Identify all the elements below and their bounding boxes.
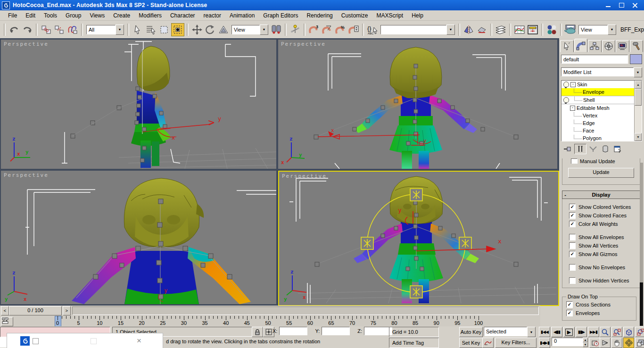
- stack-item-editable-mesh[interactable]: -Editable Mesh: [561, 104, 634, 112]
- menu-group[interactable]: Group: [61, 11, 85, 20]
- curve-editor-icon[interactable]: [513, 24, 526, 36]
- scroll-down-icon[interactable]: ▼: [635, 133, 642, 141]
- dropdown-arrow-icon[interactable]: ▼: [527, 327, 536, 337]
- frame-spin-down-icon[interactable]: ▼: [583, 342, 588, 347]
- stack-item-polygon[interactable]: Polygon: [561, 134, 634, 141]
- dropdown-arrow-icon[interactable]: ▼: [634, 67, 642, 77]
- render-scene-icon[interactable]: [564, 24, 577, 36]
- new-key-default-in-out-tangents-icon[interactable]: [482, 338, 494, 348]
- material-editor-icon[interactable]: [545, 24, 558, 36]
- maximize-icon[interactable]: [619, 2, 625, 8]
- checkbox-show-all-gizmos[interactable]: ✓Show All Gizmos: [569, 250, 640, 258]
- viewport-label[interactable]: Perspective: [4, 41, 49, 47]
- open-mini-listener-icon[interactable]: [1, 317, 13, 326]
- viewport-top-right[interactable]: Perspective: [278, 40, 557, 169]
- pin-stack-icon[interactable]: [562, 144, 573, 154]
- stack-item-vertex[interactable]: Vertex: [561, 112, 634, 119]
- checkbox-box[interactable]: [569, 277, 576, 284]
- key-filters-button[interactable]: Key Filters...: [495, 338, 537, 348]
- z-coord-field[interactable]: [364, 327, 392, 335]
- make-unique-icon[interactable]: [587, 144, 599, 154]
- previous-frame-icon[interactable]: ◀▮▮: [551, 327, 562, 337]
- menu-edit[interactable]: Edit: [21, 11, 40, 20]
- set-key-button[interactable]: Set Key: [459, 338, 483, 348]
- tab-modify[interactable]: [574, 39, 588, 52]
- go-to-start-icon[interactable]: ▮◀◀: [539, 327, 550, 337]
- stack-scrollbar[interactable]: ▲ ▼: [634, 81, 642, 141]
- select-and-move-icon[interactable]: [191, 24, 203, 36]
- time-configuration-icon[interactable]: [589, 338, 601, 348]
- schematic-view-icon[interactable]: [527, 24, 539, 36]
- stack-item-skin[interactable]: -Skin: [561, 81, 634, 88]
- stack-item-edge[interactable]: Edge: [561, 119, 634, 127]
- tab-motion[interactable]: [602, 40, 616, 52]
- update-button[interactable]: Update: [568, 168, 634, 178]
- window-crossing-toggle-icon[interactable]: [171, 23, 184, 36]
- object-color-swatch[interactable]: [630, 54, 642, 64]
- collapse-icon[interactable]: -: [562, 192, 568, 198]
- menu-create[interactable]: Create: [109, 11, 134, 20]
- viewport-label[interactable]: Perspective: [282, 173, 327, 179]
- viewport-label[interactable]: Perspective: [281, 41, 326, 47]
- menu-views[interactable]: Views: [85, 11, 109, 20]
- checkbox-show-all-envelopes[interactable]: Show All Envelopes: [569, 233, 640, 241]
- checkbox-show-colored-vertices[interactable]: ✓Show Colored Vertices: [569, 203, 640, 211]
- expand-collapse-icon[interactable]: -: [570, 106, 575, 111]
- viewport-label[interactable]: Perspective: [4, 172, 49, 178]
- checkbox-box[interactable]: [569, 234, 576, 240]
- angle-snap-toggle-icon[interactable]: [321, 24, 333, 36]
- undo-icon[interactable]: [8, 24, 20, 36]
- align-icon[interactable]: [476, 24, 488, 36]
- unlink-selection-icon[interactable]: [53, 24, 66, 36]
- remove-modifier-icon[interactable]: [600, 144, 611, 154]
- menu-modifiers[interactable]: Modifiers: [134, 11, 166, 20]
- menu-rendering[interactable]: Rendering: [302, 11, 337, 20]
- time-slider-track[interactable]: [72, 307, 539, 315]
- viewport-top-left[interactable]: Perspective: [1, 40, 276, 169]
- pan-hand-icon[interactable]: [611, 338, 622, 348]
- checkbox-box[interactable]: [569, 264, 576, 271]
- select-and-uniform-scale-icon[interactable]: [217, 24, 230, 36]
- tab-hierarchy[interactable]: [588, 40, 602, 52]
- named-selection-sets-icon[interactable]: {}ABC: [366, 24, 379, 36]
- select-object-icon[interactable]: [132, 24, 144, 36]
- stack-item-face[interactable]: Face: [561, 127, 634, 134]
- menu-help[interactable]: Help: [407, 11, 428, 20]
- checkbox-show-no-envelopes[interactable]: Show No Envelopes: [569, 263, 640, 272]
- checkbox-box[interactable]: ✓: [569, 221, 576, 227]
- panel-scroll-thumb[interactable]: [640, 282, 643, 326]
- select-and-rotate-icon[interactable]: [204, 24, 216, 36]
- stack-item-shell[interactable]: Shell: [561, 96, 634, 104]
- manual-update-checkbox[interactable]: [571, 158, 578, 164]
- redo-icon[interactable]: [21, 24, 33, 36]
- use-pivot-point-center-icon[interactable]: [270, 24, 282, 36]
- key-mode-toggle-icon[interactable]: ▮◀▶▮: [539, 338, 550, 348]
- menu-reactor[interactable]: reactor: [199, 11, 225, 20]
- named-selection-dropdown[interactable]: ▼: [380, 25, 455, 34]
- minimize-icon[interactable]: [605, 2, 612, 8]
- scroll-up-icon[interactable]: ▲: [635, 81, 642, 89]
- go-to-end-icon[interactable]: ▶▶▮: [588, 327, 599, 337]
- selection-filter-dropdown[interactable]: All ▼: [86, 25, 124, 34]
- select-by-name-icon[interactable]: [145, 24, 157, 36]
- checkbox-box[interactable]: ✓: [569, 251, 576, 257]
- checkbox-box[interactable]: ✓: [569, 204, 576, 210]
- panel-scrollbar[interactable]: [640, 163, 643, 326]
- configure-modifier-sets-icon[interactable]: [612, 144, 623, 154]
- x-coord-field[interactable]: [279, 327, 307, 335]
- play-icon[interactable]: ▶: [563, 327, 575, 337]
- zoom-extents-icon[interactable]: [623, 327, 634, 337]
- snaps-toggle-icon[interactable]: 3: [308, 24, 320, 36]
- restore-icon[interactable]: [33, 338, 39, 344]
- auto-key-button[interactable]: Auto Key: [459, 327, 483, 337]
- dropdown-arrow-icon[interactable]: ▼: [116, 25, 124, 35]
- checkbox-envelopes[interactable]: ✓Envelopes: [566, 309, 636, 317]
- close-icon[interactable]: [632, 2, 638, 8]
- select-and-manipulate-icon[interactable]: [289, 24, 301, 36]
- select-and-link-icon[interactable]: [40, 24, 52, 36]
- menu-character[interactable]: Character: [166, 11, 199, 20]
- frame-spin-up-icon[interactable]: ▲: [583, 338, 588, 342]
- show-end-result-icon[interactable]: [574, 144, 586, 154]
- key-filter-dropdown[interactable]: Selected ▼: [484, 327, 536, 337]
- checkbox-cross-sections[interactable]: ✓Cross Sections: [566, 300, 636, 309]
